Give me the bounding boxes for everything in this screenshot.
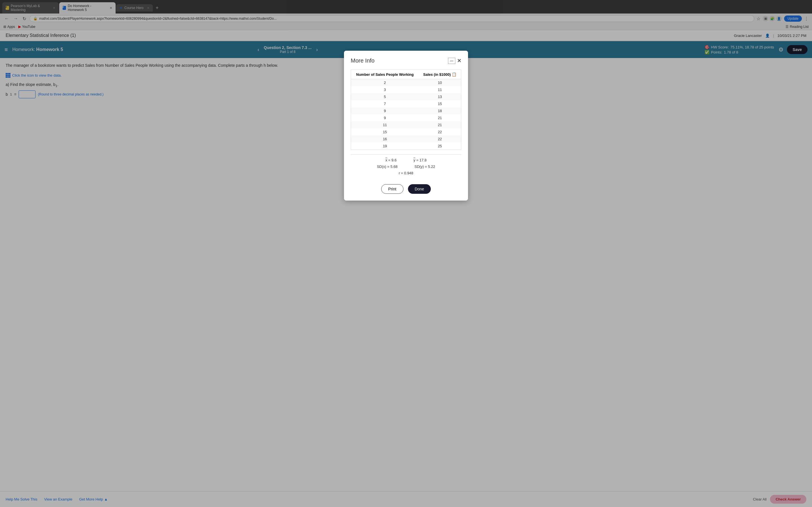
y-value: 13 — [419, 93, 461, 100]
modal-header: More Info — ✕ — [351, 57, 461, 64]
modal-overlay: More Info — ✕ Number of Sales People Wor… — [0, 0, 812, 105]
copy-icon[interactable]: 📋 — [452, 72, 456, 76]
y-value: 11 — [419, 86, 461, 93]
table-row: 311 — [351, 86, 461, 93]
modal-title: More Info — [351, 57, 374, 64]
y-value: 15 — [419, 100, 461, 105]
table-row: 715 — [351, 100, 461, 105]
data-table-body: 2103115137159189211121152216221925 — [351, 79, 461, 105]
x-value: 7 — [351, 100, 419, 105]
x-value: 2 — [351, 79, 419, 87]
more-info-modal: More Info — ✕ Number of Sales People Wor… — [344, 51, 468, 105]
x-value: 5 — [351, 93, 419, 100]
y-value: 10 — [419, 79, 461, 87]
col1-header: Number of Sales People Working — [351, 70, 419, 79]
table-row: 513 — [351, 93, 461, 100]
data-table: Number of Sales People Working Sales (in… — [351, 69, 461, 105]
modal-controls: — ✕ — [448, 58, 461, 64]
x-value: 3 — [351, 86, 419, 93]
table-row: 210 — [351, 79, 461, 87]
col2-header: Sales (in $1000) 📋 — [419, 70, 461, 79]
modal-close-button[interactable]: ✕ — [457, 58, 461, 64]
modal-minimize-button[interactable]: — — [448, 58, 455, 64]
